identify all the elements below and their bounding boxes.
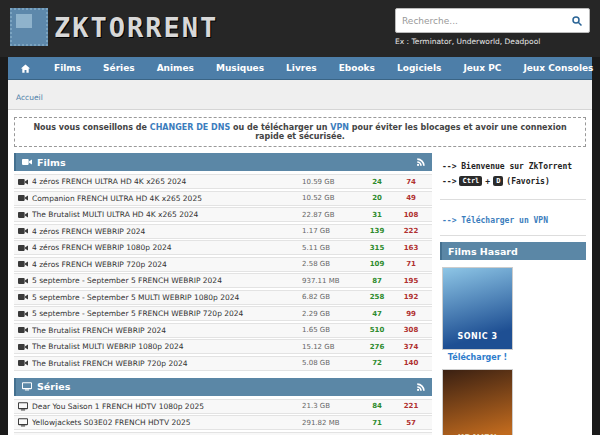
search-box [395, 8, 590, 33]
torrent-title-link[interactable]: The Brutalist FRENCH WEBRIP 720p 2024 [32, 359, 302, 368]
films-hasard-title: Films Hasard [448, 246, 580, 257]
logo-text: ZKTORRENT [54, 12, 218, 43]
table-row: Companion FRENCH ULTRA HD 4K x265 2025 1… [14, 191, 432, 206]
torrent-leeches: 192 [394, 293, 428, 301]
nav-item-animes[interactable]: Animes [146, 57, 205, 80]
nav-item-jeux-pc[interactable]: Jeux PC [452, 57, 512, 80]
torrent-seeds: 315 [360, 244, 394, 252]
tv-icon [18, 402, 28, 411]
poster-title: SONIC 3 [458, 332, 498, 349]
torrent-size: 2.29 GB [302, 310, 360, 318]
movie-poster[interactable]: KRAVEN [442, 369, 513, 435]
nav-strip: FilmsSériesAnimesMusiquesLivresEbooksLog… [0, 57, 600, 80]
table-row: Yellowjackets S03E02 FRENCH HDTV 2025 29… [14, 415, 432, 430]
torrent-title-link[interactable]: 4 zéros FRENCH WEBRIP 720p 2024 [32, 260, 302, 269]
torrent-size: 21.3 GB [302, 402, 360, 410]
movie-poster[interactable]: SONIC 3 [442, 267, 513, 350]
breadcrumb-home-link[interactable]: Accueil [16, 93, 43, 102]
rss-icon[interactable] [416, 157, 426, 167]
torrent-leeches: 140 [394, 359, 428, 367]
torrent-seeds: 139 [360, 227, 394, 235]
site-header: ZKTORRENT Ex : Terminator, Underworld, D… [0, 0, 600, 57]
nav-item-jeux-consoles[interactable]: Jeux Consoles [512, 57, 600, 80]
favoris-line: --> Ctrl + D (Favoris) [442, 176, 584, 186]
poster-download-link[interactable]: Télécharger ! [442, 353, 513, 362]
torrent-leeches: 308 [394, 326, 428, 334]
main-nav: FilmsSériesAnimesMusiquesLivresEbooksLog… [8, 57, 592, 80]
torrent-seeds: 510 [360, 326, 394, 334]
torrent-title-link[interactable]: 4 zéros FRENCH ULTRA HD 4K x265 2024 [32, 177, 302, 186]
torrent-seeds: 258 [360, 293, 394, 301]
vpn-link-inline[interactable]: VPN [330, 123, 349, 132]
torrent-seeds: 24 [360, 178, 394, 186]
torrent-title-link[interactable]: The Brutalist MULTI ULTRA HD 4K x265 202… [32, 210, 302, 219]
vpn-line: --> Télécharger un VPN [440, 200, 586, 236]
nav-item-films[interactable]: Films [43, 57, 92, 80]
nav-item-livres[interactable]: Livres [275, 57, 328, 80]
torrent-size: 6.82 GB [302, 293, 360, 301]
nav-item-musiques[interactable]: Musiques [205, 57, 275, 80]
welcome-box: --> Bienvenue sur ZkTorrent --> Ctrl + D… [440, 153, 586, 200]
change-dns-link[interactable]: CHANGER DE DNS [150, 123, 230, 132]
home-icon[interactable] [8, 63, 43, 74]
nav-item-ebooks[interactable]: Ebooks [328, 57, 386, 80]
table-row: 4 zéros FRENCH ULTRA HD 4K x265 2024 10.… [14, 174, 432, 189]
welcome-line: --> Bienvenue sur ZkTorrent [442, 162, 584, 171]
torrent-title-link[interactable]: 4 zéros FRENCH WEBRIP 2024 [32, 227, 302, 236]
torrent-seeds: 47 [360, 310, 394, 318]
film-camera-icon [18, 178, 28, 186]
torrent-title-link[interactable]: The Brutalist FRENCH WEBRIP 2024 [32, 326, 302, 335]
film-camera-icon [18, 277, 28, 285]
plus-sign: + [485, 177, 490, 186]
torrent-leeches: 71 [394, 260, 428, 268]
torrent-size: 5.11 GB [302, 244, 360, 252]
search-input[interactable] [402, 16, 571, 26]
search-hint: Ex : Terminator, Underworld, Deadpool [395, 37, 590, 46]
torrent-seeds: 71 [360, 419, 394, 427]
dns-vpn-notice: Nous vous conseillons de CHANGER DE DNS … [14, 117, 586, 147]
film-camera-icon [18, 260, 28, 268]
nav-item-séries[interactable]: Séries [92, 57, 146, 80]
film-camera-icon [22, 158, 32, 166]
torrent-title-link[interactable]: Companion FRENCH ULTRA HD 4K x265 2025 [32, 194, 302, 203]
table-row: The Brutalist MULTI ULTRA HD 4K x265 202… [14, 207, 432, 222]
torrent-panel: Séries Dear You Saison 1 FRENCH HDTV 108… [14, 378, 432, 435]
torrent-leeches: 57 [394, 419, 428, 427]
table-row: Dear You Saison 1 FRENCH HDTV 1080p 2025… [14, 399, 432, 414]
rss-icon[interactable] [416, 382, 426, 392]
download-vpn-link[interactable]: --> Télécharger un VPN [442, 216, 548, 225]
film-camera-icon [18, 211, 28, 219]
torrent-lists-column: Films 4 zéros FRENCH ULTRA HD 4K x265 20… [14, 153, 432, 435]
torrent-title-link[interactable]: 4 zéros FRENCH WEBRIP 1080p 2024 [32, 243, 302, 252]
torrent-seeds: 87 [360, 277, 394, 285]
search-icon[interactable] [571, 15, 583, 27]
favoris-suffix: (Favoris) [506, 177, 549, 186]
torrent-title-link[interactable]: 5 septembre - September 5 MULTI WEBRIP 1… [32, 293, 302, 302]
torrent-title-link[interactable]: The Brutalist MULTI WEBRIP 1080p 2024 [32, 342, 302, 351]
film-camera-icon [18, 343, 28, 351]
table-row: The Brutalist MULTI WEBRIP 1080p 2024 15… [14, 339, 432, 354]
poster-grid: SONIC 3 Télécharger ! KRAVEN Télécharger… [440, 260, 586, 435]
ctrl-key: Ctrl [459, 176, 482, 186]
torrent-size: 937.11 MB [302, 277, 360, 285]
torrent-title-link[interactable]: Yellowjackets S03E02 FRENCH HDTV 2025 [32, 418, 302, 427]
torrent-title-link[interactable]: 5 septembre - September 5 FRENCH WEBRIP … [32, 276, 302, 285]
panel-title: Séries [37, 381, 411, 392]
film-camera-icon [18, 293, 28, 301]
torrent-title-link[interactable]: Dear You Saison 1 FRENCH HDTV 1080p 2025 [32, 402, 302, 411]
poster-cell: KRAVEN Télécharger ! [442, 369, 513, 435]
torrent-leeches: 49 [394, 194, 428, 202]
nav-item-logiciels[interactable]: Logiciels [386, 57, 452, 80]
torrent-leeches: 163 [394, 244, 428, 252]
site-logo[interactable]: ZKTORRENT [10, 8, 218, 46]
torrent-size: 15.12 GB [302, 343, 360, 351]
notice-text-2: ou de télécharger un [230, 123, 330, 132]
notice-text-1: Nous vous conseillons de [33, 123, 149, 132]
torrent-title-link[interactable]: 5 septembre - September 5 FRENCH WEBRIP … [32, 309, 302, 318]
table-row: Yellowjackets S03E01 FRENCH HDTV 2025 32… [14, 432, 432, 435]
torrent-leeches: 108 [394, 211, 428, 219]
film-camera-icon [18, 227, 28, 235]
film-camera-icon [18, 310, 28, 318]
search-zone: Ex : Terminator, Underworld, Deadpool [395, 8, 590, 46]
film-camera-icon [18, 326, 28, 334]
